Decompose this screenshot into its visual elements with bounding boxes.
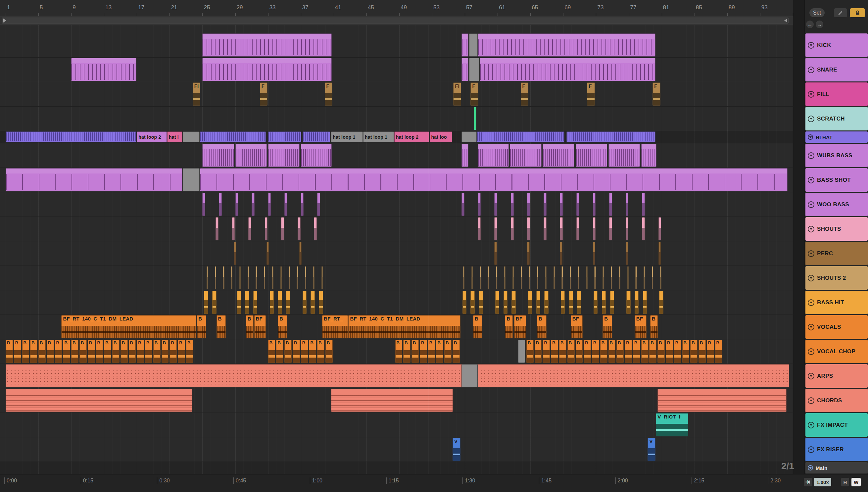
clip-vocal-chop[interactable]: B bbox=[600, 340, 607, 363]
track-header-bass-shot[interactable]: BASS SHOT bbox=[805, 168, 868, 192]
fold-icon[interactable] bbox=[808, 422, 814, 428]
clip-woo-bass[interactable] bbox=[527, 193, 530, 216]
track-header-vocals[interactable]: VOCALS bbox=[805, 315, 868, 339]
draw-mode-button[interactable] bbox=[834, 8, 847, 17]
track-header-shouts[interactable]: SHOUTS bbox=[805, 217, 868, 241]
clip-perc[interactable] bbox=[626, 242, 628, 265]
clip-hi-hat[interactable] bbox=[477, 131, 565, 142]
clip-shouts-2[interactable] bbox=[513, 266, 514, 289]
clip-hi-hat[interactable] bbox=[6, 131, 137, 142]
clip-bass-hit[interactable] bbox=[237, 291, 241, 314]
clip-vocal-chop[interactable]: B bbox=[301, 340, 308, 363]
track-header-wubs-bass[interactable]: WUBS BASS bbox=[805, 144, 868, 167]
clip-bass-hit[interactable] bbox=[561, 291, 565, 314]
fold-icon[interactable] bbox=[808, 152, 814, 159]
clip-bass-hit[interactable] bbox=[512, 291, 516, 314]
clip-shouts[interactable] bbox=[478, 217, 481, 240]
track-header-woo-bass[interactable]: WOO BASS bbox=[805, 193, 868, 216]
clip-vocals[interactable]: BF bbox=[571, 315, 582, 338]
clip-woo-bass[interactable] bbox=[478, 193, 481, 216]
clip-woo-bass[interactable] bbox=[317, 193, 320, 216]
clip-vocal-chop[interactable]: B bbox=[153, 340, 160, 363]
clip-chords[interactable] bbox=[658, 389, 787, 412]
clip-bass-hit[interactable] bbox=[635, 291, 639, 314]
clip-bass-hit[interactable] bbox=[528, 291, 532, 314]
track-header-main[interactable]: Main bbox=[805, 462, 868, 473]
track-header-arps[interactable]: ARPS bbox=[805, 364, 868, 388]
clip-shouts[interactable] bbox=[511, 217, 514, 240]
clip-shouts-2[interactable] bbox=[321, 266, 323, 289]
clip-vocal-chop[interactable]: B bbox=[137, 340, 144, 363]
scroll-left-handle-icon[interactable] bbox=[3, 19, 6, 23]
clip-shouts-2[interactable] bbox=[586, 266, 588, 289]
clip-wubs-bass[interactable] bbox=[462, 144, 468, 167]
fold-icon[interactable] bbox=[808, 446, 814, 453]
clip-shouts-2[interactable] bbox=[488, 266, 489, 289]
fold-icon[interactable] bbox=[808, 397, 814, 404]
clip-woo-bass[interactable] bbox=[593, 193, 596, 216]
clip-vocal-chop[interactable]: B bbox=[707, 340, 714, 363]
lock-button[interactable] bbox=[850, 8, 865, 17]
clip-vocal-chop[interactable]: B bbox=[30, 340, 38, 363]
clip-vocal-chop[interactable]: B bbox=[309, 340, 316, 363]
clip-bass-hit[interactable] bbox=[319, 291, 323, 314]
clip-vocal-chop[interactable]: B bbox=[317, 340, 324, 363]
clip-bass-hit[interactable] bbox=[479, 291, 483, 314]
clip-kick[interactable] bbox=[469, 33, 478, 57]
clip-shouts-2[interactable] bbox=[280, 266, 282, 289]
clip-fill[interactable]: FI bbox=[193, 82, 201, 106]
clip-shouts-2[interactable] bbox=[627, 266, 629, 289]
clip-vocal-chop[interactable]: B bbox=[6, 340, 13, 363]
clip-chords[interactable] bbox=[6, 389, 192, 412]
clip-vocal-chop[interactable]: B bbox=[121, 340, 128, 363]
clip-hi-hat[interactable]: hat loo bbox=[430, 131, 452, 142]
clip-woo-bass[interactable] bbox=[219, 193, 222, 216]
clip-shouts-2[interactable] bbox=[289, 266, 290, 289]
clip-vocal-chop[interactable]: B bbox=[170, 340, 177, 363]
clip-bass-shot[interactable] bbox=[183, 168, 200, 191]
clip-bass-hit[interactable] bbox=[536, 291, 540, 314]
clip-shouts-2[interactable] bbox=[594, 266, 596, 289]
clip-bass-hit[interactable] bbox=[204, 291, 208, 314]
clip-vocal-chop[interactable]: B bbox=[88, 340, 95, 363]
fold-icon[interactable] bbox=[808, 348, 814, 355]
clip-woo-bass[interactable] bbox=[626, 193, 629, 216]
clip-vocal-chop[interactable]: B bbox=[633, 340, 640, 363]
clip-shouts[interactable] bbox=[265, 217, 268, 240]
clip-vocal-chop[interactable]: B bbox=[284, 340, 292, 363]
clip-shouts-2[interactable] bbox=[480, 266, 481, 289]
zoom-level-button[interactable]: 1.00x bbox=[814, 478, 831, 486]
fold-icon[interactable] bbox=[808, 67, 814, 73]
clip-vocals[interactable]: BF_RT_140_C_T1_DM_LEAD bbox=[61, 315, 196, 338]
track-lane-perc[interactable] bbox=[0, 241, 793, 266]
clip-shouts-2[interactable] bbox=[578, 266, 579, 289]
clip-bass-hit[interactable] bbox=[503, 291, 507, 314]
clip-vocals[interactable]: B bbox=[217, 315, 226, 338]
arrangement-area[interactable]: FIFFFIFFFFhat loop 2hat lhat loop 1hat l… bbox=[0, 25, 793, 474]
track-header-fill[interactable]: FILL bbox=[805, 82, 868, 106]
clip-shouts-2[interactable] bbox=[272, 266, 273, 289]
track-header-kick[interactable]: KICK bbox=[805, 33, 868, 57]
clip-vocal-chop[interactable]: B bbox=[592, 340, 599, 363]
clip-kick[interactable] bbox=[478, 33, 655, 57]
clip-hi-hat[interactable] bbox=[303, 131, 330, 142]
scroll-right-handle-icon[interactable] bbox=[784, 19, 787, 23]
track-width-button[interactable]: W bbox=[851, 478, 861, 486]
track-lane-fill[interactable] bbox=[0, 82, 793, 106]
clip-shouts-2[interactable] bbox=[255, 266, 257, 289]
clip-shouts-2[interactable] bbox=[248, 266, 249, 289]
clip-shouts[interactable] bbox=[232, 217, 235, 240]
clip-shouts[interactable] bbox=[527, 217, 530, 240]
nav-forward-button[interactable]: → bbox=[816, 21, 823, 28]
scrollbar-track[interactable] bbox=[2, 18, 789, 24]
clip-chords[interactable] bbox=[331, 389, 453, 412]
clip-fx-riser[interactable]: V bbox=[647, 438, 655, 461]
clip-shouts-2[interactable] bbox=[562, 266, 563, 289]
clip-bass-hit[interactable] bbox=[577, 291, 581, 314]
clip-shouts[interactable] bbox=[593, 217, 596, 240]
clip-woo-bass[interactable] bbox=[576, 193, 579, 216]
track-lane-fx-riser[interactable] bbox=[0, 437, 793, 462]
clip-perc[interactable] bbox=[299, 242, 302, 265]
clip-woo-bass[interactable] bbox=[235, 193, 238, 216]
time-ruler[interactable]: 0:000:150:300:451:001:151:301:452:002:15… bbox=[0, 474, 868, 492]
